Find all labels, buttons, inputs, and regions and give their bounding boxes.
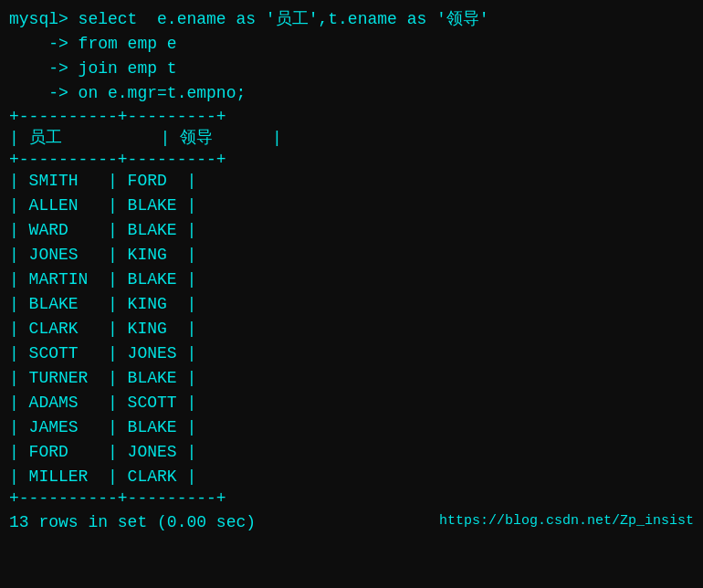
- table-row: | MILLER | CLARK |: [9, 465, 694, 489]
- table-row: | FORD | JONES |: [9, 440, 694, 465]
- table-row: | WARD | BLAKE |: [9, 218, 694, 243]
- divider-top: +----------+---------+: [9, 108, 694, 126]
- query-line-2: -> from emp e: [9, 32, 694, 57]
- footer: 13 rows in set (0.00 sec) https://blog.c…: [9, 513, 694, 531]
- query-line-1: mysql> select e.ename as '员工',t.ename as…: [9, 7, 694, 32]
- table-row: | MARTIN | BLAKE |: [9, 268, 694, 292]
- table-row: | SCOTT | JONES |: [9, 341, 694, 366]
- table-row: | BLAKE | KING |: [9, 292, 694, 317]
- table-rows: | SMITH | FORD || ALLEN | BLAKE || WARD …: [9, 169, 694, 489]
- table-row: | ALLEN | BLAKE |: [9, 194, 694, 218]
- query-line-4: -> on e.mgr=t.empno;: [9, 81, 694, 106]
- table-row: | JAMES | BLAKE |: [9, 415, 694, 440]
- terminal: mysql> select e.ename as '员工',t.ename as…: [9, 7, 694, 581]
- divider-bottom: +----------+---------+: [9, 489, 694, 508]
- rows-count: 13 rows in set (0.00 sec): [9, 513, 256, 531]
- table-row: | CLARK | KING |: [9, 317, 694, 341]
- result-table: +----------+---------+ | 员工 | 领导 | +----…: [9, 108, 694, 508]
- table-row: | TURNER | BLAKE |: [9, 366, 694, 391]
- table-row: | ADAMS | SCOTT |: [9, 391, 694, 415]
- table-row: | JONES | KING |: [9, 243, 694, 268]
- query-line-3: -> join emp t: [9, 57, 694, 81]
- blog-url: https://blog.csdn.net/Zp_insist: [439, 513, 694, 531]
- table-row: | SMITH | FORD |: [9, 169, 694, 194]
- divider-mid: +----------+---------+: [9, 151, 694, 169]
- table-header: | 员工 | 领导 |: [9, 126, 694, 151]
